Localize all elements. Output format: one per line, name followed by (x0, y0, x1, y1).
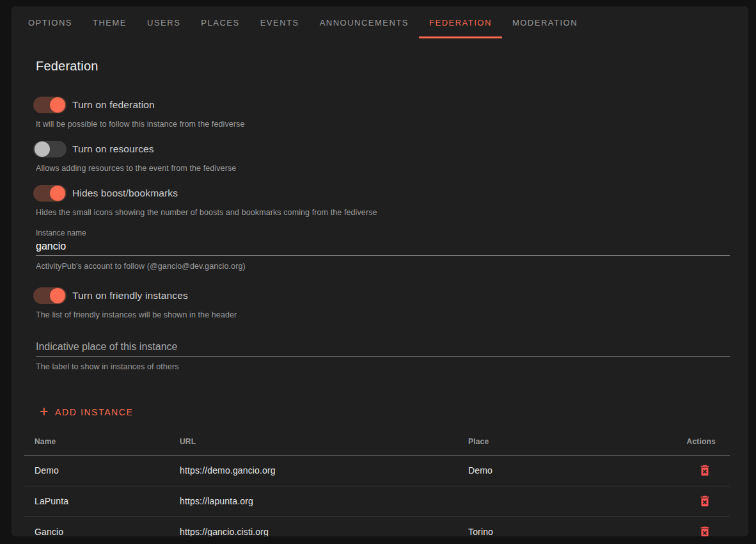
resources-toggle-hint: Allows adding resources to the event fro… (36, 164, 730, 173)
setting-hide-boosts: Hides boost/bookmarks Hides the small ic… (24, 184, 730, 218)
instance-place-cell: Torino (458, 516, 640, 536)
tab-theme[interactable]: Theme (83, 6, 137, 38)
tab-announcements[interactable]: Announcements (310, 6, 419, 38)
instance-name-cell: Gancio (24, 516, 169, 536)
page-title: Federation (36, 58, 730, 74)
table-row: Gancio https://gancio.cisti.org Torino (24, 516, 730, 536)
tab-events[interactable]: Events (250, 6, 310, 38)
instance-url-cell: https://lapunta.org (169, 486, 458, 516)
tab-federation[interactable]: Federation (419, 6, 502, 38)
instance-place-cell (458, 486, 640, 516)
instance-place-field-group: The label to show in instances of others (36, 339, 730, 372)
hide-boosts-toggle-label: Hides boost/bookmarks (72, 188, 178, 199)
tab-active-indicator (419, 36, 502, 38)
tab-label: Places (201, 18, 239, 28)
setting-federation: Turn on federation It will be possible t… (24, 96, 730, 129)
tab-label: Announcements (320, 18, 409, 28)
toggle-thumb (50, 186, 65, 201)
instance-name-cell: Demo (24, 455, 169, 486)
resources-toggle[interactable] (33, 141, 67, 157)
federation-toggle-label: Turn on federation (72, 99, 155, 111)
friendly-instances-toggle-label: Turn on friendly instances (72, 290, 188, 301)
friendly-instances-toggle-hint: The list of friendly instances will be s… (36, 310, 730, 320)
instance-place-cell: Demo (458, 455, 640, 486)
resources-toggle-label: Turn on resources (72, 143, 154, 155)
tab-moderation[interactable]: Moderation (502, 6, 588, 38)
instance-name-cell: LaPunta (24, 486, 169, 516)
instance-name-input[interactable] (36, 239, 730, 256)
trash-delete-icon (698, 494, 712, 508)
column-header-place: Place (458, 428, 640, 455)
instance-place-hint: The label to show in instances of others (36, 362, 730, 372)
column-header-url: URL (169, 428, 458, 455)
friendly-instances-table: Name URL Place Actions Demo https://demo… (24, 428, 730, 536)
instance-url-cell: https://demo.gancio.org (169, 455, 458, 486)
plus-icon: + (40, 405, 49, 418)
admin-tabs: Options Theme Users Places Events Announ… (12, 6, 748, 38)
trash-delete-icon (698, 525, 712, 536)
instance-place-input[interactable] (36, 339, 730, 356)
delete-instance-button[interactable] (697, 524, 713, 536)
instance-name-field-group: Instance name ActivityPub's account to f… (36, 228, 730, 271)
tab-label: Options (28, 18, 72, 28)
tab-label: Federation (429, 18, 492, 28)
tab-label: Events (260, 18, 299, 28)
hide-boosts-toggle-hint: Hides the small icons showing the number… (36, 208, 730, 218)
tab-places[interactable]: Places (191, 6, 249, 38)
setting-friendly-instances: Turn on friendly instances The list of f… (24, 287, 730, 320)
column-header-name: Name (24, 428, 169, 455)
column-header-actions: Actions (640, 428, 730, 455)
tab-label: Moderation (512, 18, 578, 28)
hide-boosts-toggle[interactable] (33, 185, 67, 202)
delete-instance-button[interactable] (697, 493, 713, 509)
toggle-thumb (50, 288, 65, 303)
tab-options[interactable]: Options (18, 6, 83, 38)
toggle-thumb (50, 97, 65, 113)
federation-toggle-hint: It will be possible to follow this insta… (36, 120, 730, 129)
tab-users[interactable]: Users (137, 6, 191, 38)
add-instance-button-label: Add Instance (55, 407, 133, 417)
tab-label: Theme (93, 18, 127, 28)
delete-instance-button[interactable] (697, 462, 713, 479)
federation-toggle[interactable] (33, 97, 67, 113)
instance-name-label: Instance name (36, 228, 730, 237)
table-row: LaPunta https://lapunta.org (24, 486, 730, 516)
trash-delete-icon (698, 463, 712, 477)
table-row: Demo https://demo.gancio.org Demo (24, 455, 730, 486)
toggle-thumb (35, 141, 50, 157)
friendly-instances-toggle[interactable] (33, 287, 67, 304)
instance-url-cell: https://gancio.cisti.org (169, 516, 458, 536)
tab-label: Users (147, 18, 180, 28)
table-header-row: Name URL Place Actions (24, 428, 730, 455)
federation-settings-panel: Federation Turn on federation It will be… (12, 58, 748, 536)
instance-name-hint: ActivityPub's account to follow (@gancio… (36, 262, 730, 271)
admin-panel-card: Options Theme Users Places Events Announ… (12, 6, 748, 536)
add-instance-button[interactable]: + Add Instance (36, 404, 137, 420)
setting-resources: Turn on resources Allows adding resource… (24, 140, 730, 173)
